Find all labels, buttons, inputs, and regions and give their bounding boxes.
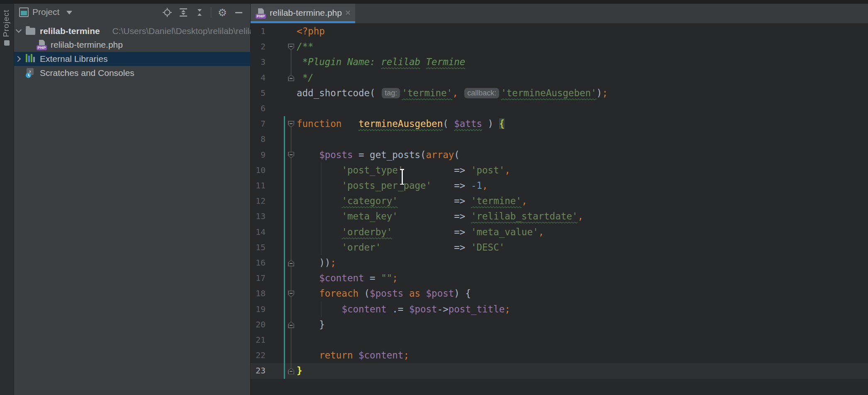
project-stripe-button[interactable]: Project — [2, 10, 11, 37]
code-token: -> — [437, 304, 449, 315]
code-line[interactable]: $posts = get_posts(array( — [297, 147, 460, 163]
code-token: $atts — [454, 118, 482, 129]
code-token: , — [578, 211, 583, 222]
code-token: 'termine' — [471, 195, 522, 206]
code-line[interactable]: 'category' => 'termine', — [297, 193, 527, 209]
code-token: , — [505, 165, 510, 176]
fold-marker[interactable] — [288, 152, 294, 158]
code-token: return — [319, 350, 353, 361]
tree-row-scratches-and-consoles[interactable]: ›Scratches and Consoles — [14, 66, 251, 80]
editor-tab-bar: PHP relilab-termine.php ✕ — [251, 4, 868, 23]
code-token: 'orderby' — [341, 227, 392, 237]
code-token: 'DESC' — [471, 242, 505, 253]
parameter-hint: tag: — [382, 88, 400, 98]
code-line[interactable]: 'meta_key' => 'relilab_startdate', — [297, 209, 583, 224]
code-token: -1 — [471, 180, 482, 191]
fold-marker[interactable] — [288, 368, 294, 374]
code-token: = — [353, 149, 370, 160]
locate-file-icon[interactable] — [162, 7, 172, 17]
fold-marker[interactable] — [288, 121, 294, 127]
code-line[interactable]: /** — [297, 39, 314, 54]
code-token — [398, 195, 454, 206]
chevron-down-icon[interactable] — [66, 11, 72, 15]
tree-row-relilab-termine-php[interactable]: PHPrelilab-termine.php — [14, 38, 251, 52]
code-line[interactable]: 'orderby' => 'meta_value', — [297, 224, 544, 240]
fold-marker[interactable] — [288, 75, 294, 81]
code-line[interactable]: */ — [297, 70, 314, 85]
code-token: , — [522, 195, 527, 206]
code-token: $post — [409, 304, 437, 315]
code-token: $content — [358, 350, 403, 361]
code-editor[interactable]: 1234567891011121314151617181920212223 <?… — [251, 23, 868, 395]
code-line[interactable]: add_shortcode( tag:'termine', callback:'… — [297, 85, 608, 101]
chevron-right-icon[interactable] — [15, 56, 21, 62]
code-token — [403, 165, 454, 176]
tab-relilab-termine-php[interactable]: PHP relilab-termine.php ✕ — [251, 4, 355, 23]
collapse-all-icon[interactable] — [195, 7, 205, 17]
project-stripe-label: Project — [2, 10, 10, 37]
phpstorm-window: Project Project ⚙ r — [0, 0, 868, 395]
fold-marker[interactable] — [288, 44, 294, 50]
php-file-icon: PHP — [37, 40, 47, 50]
code-token: */ — [297, 72, 314, 83]
code-line[interactable]: $content = ""; — [297, 271, 398, 286]
code-line[interactable]: foreach ($posts as $post) { — [297, 286, 471, 301]
code-line[interactable]: )); — [297, 255, 336, 271]
code-line[interactable]: <?php — [297, 24, 325, 39]
tab-label: relilab-termine.php — [270, 8, 342, 18]
code-token: get_posts — [370, 149, 420, 160]
code-line[interactable]: } — [297, 363, 302, 378]
code-token — [297, 242, 341, 253]
code-token: => — [454, 165, 471, 176]
tree-item-label: Scratches and Consoles — [40, 68, 134, 78]
code-token: ) { — [454, 288, 471, 299]
code-token — [297, 211, 341, 222]
fold-marker[interactable] — [288, 260, 294, 266]
tree-row-relilab-termine[interactable]: relilab-termineC:\Users\Daniel\Desktop\r… — [14, 24, 251, 38]
code-line[interactable]: $content .= $post->post_title; — [297, 302, 510, 317]
code-token: 'posts_per_page' — [341, 180, 432, 191]
code-token: .= — [387, 304, 409, 315]
settings-gear-icon[interactable]: ⚙ — [217, 7, 227, 17]
expand-all-icon[interactable] — [178, 7, 188, 17]
code-token: $post — [426, 288, 454, 299]
line-number: 20 — [251, 317, 266, 332]
code-line[interactable]: function termineAusgeben( $atts ) { — [297, 116, 505, 132]
code-token — [458, 88, 464, 98]
chevron-down-icon[interactable] — [16, 27, 22, 33]
code-line[interactable]: return $content; — [297, 348, 409, 363]
fold-marker[interactable] — [288, 322, 294, 328]
project-views-dropdown[interactable]: Project — [32, 7, 59, 17]
editor-area: PHP relilab-termine.php ✕ 12345678910111… — [251, 4, 868, 395]
code-line[interactable]: *Plugin Name: relilab Termine — [297, 54, 465, 70]
line-number: 13 — [251, 209, 266, 224]
code-token — [297, 149, 319, 160]
fold-marker[interactable] — [288, 290, 294, 297]
code-token: => — [454, 195, 471, 206]
line-number: 12 — [251, 193, 266, 209]
code-token: foreach — [319, 288, 358, 299]
close-icon[interactable]: ✕ — [345, 8, 351, 17]
code-line[interactable]: 'posts_per_page' => -1, — [297, 178, 488, 193]
mouse-ibeam-cursor — [399, 169, 405, 185]
code-token: add_shortcode — [297, 88, 370, 98]
hide-panel-icon[interactable] — [234, 7, 244, 17]
tree-item-label: External Libraries — [40, 54, 107, 64]
code-token: ( — [358, 288, 370, 299]
code-token: ( — [420, 149, 426, 160]
code-token — [381, 242, 454, 253]
code-token: ; — [403, 350, 409, 361]
code-token: 'post' — [471, 165, 505, 176]
code-line[interactable]: } — [297, 317, 325, 332]
code-token: , — [482, 180, 488, 191]
tree-row-external-libraries[interactable]: External Libraries — [14, 52, 251, 66]
code-token: <?php — [297, 26, 325, 37]
line-number: 23 — [251, 363, 266, 378]
vcs-change-bar — [284, 116, 285, 379]
code-line[interactable]: 'order' => 'DESC' — [297, 240, 505, 255]
code-token: relilab — [381, 56, 420, 67]
code-token: *Plugin Name: — [297, 56, 381, 67]
code-token: ) — [482, 118, 499, 129]
fold-connector — [291, 50, 291, 74]
code-token: Termine — [426, 56, 466, 67]
